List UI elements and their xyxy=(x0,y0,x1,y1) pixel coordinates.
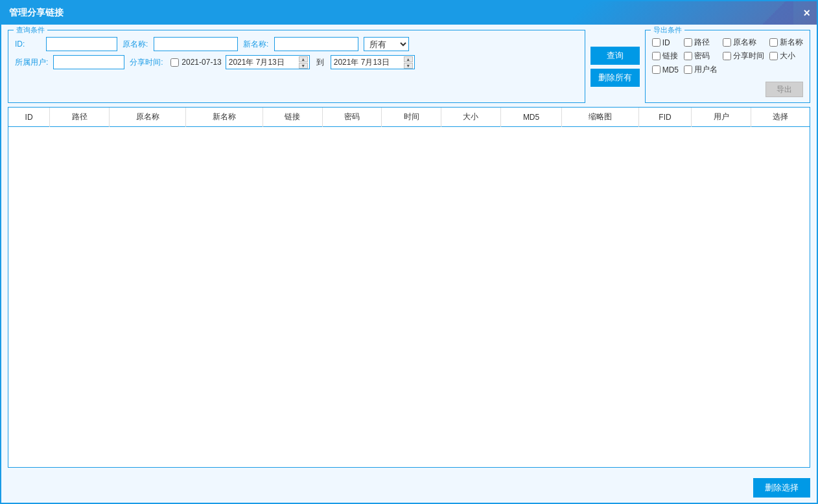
export-id-label: ID xyxy=(662,38,670,47)
table-header-row: ID 路径 原名称 新名称 链接 密码 时间 大小 MD5 缩略图 FID 用户… xyxy=(8,108,810,127)
data-table: ID 路径 原名称 新名称 链接 密码 时间 大小 MD5 缩略图 FID 用户… xyxy=(8,108,810,127)
export-item-orig: 原名称 xyxy=(723,37,764,48)
export-username-label: 用户名 xyxy=(694,64,718,75)
date-from-spinners: ▲ ▼ xyxy=(299,56,308,69)
col-thumbnail: 缩略图 xyxy=(562,108,639,127)
table-section: ID 路径 原名称 新名称 链接 密码 时间 大小 MD5 缩略图 FID 用户… xyxy=(8,107,810,468)
new-name-input[interactable] xyxy=(274,37,358,51)
export-md5-label: MD5 xyxy=(662,65,679,74)
col-link: 链接 xyxy=(263,108,322,127)
export-orig-label: 原名称 xyxy=(733,37,756,48)
col-size: 大小 xyxy=(441,108,501,127)
date-to-group: ▲ ▼ xyxy=(331,55,415,69)
status-select[interactable]: 所有 有效 无效 xyxy=(364,37,409,51)
date-from-group: 2021-07-13 ▲ ▼ xyxy=(170,55,309,69)
export-item-path: 路径 xyxy=(684,37,718,48)
export-item-new: 新名称 xyxy=(769,37,803,48)
date-to-wrap: ▲ ▼ xyxy=(331,55,415,69)
export-item-username: 用户名 xyxy=(684,64,718,75)
export-size-label: 大小 xyxy=(780,51,795,62)
export-checkboxes: ID 路径 原名称 新名称 xyxy=(652,37,803,75)
query-row-2: 所属用户: 分享时间: 2021-07-13 ▲ ▼ xyxy=(15,55,578,69)
date-from-down[interactable]: ▼ xyxy=(299,63,308,69)
delete-selected-button[interactable]: 删除选择 xyxy=(753,478,810,498)
col-fid: FID xyxy=(638,108,691,127)
col-id: ID xyxy=(8,108,50,127)
export-section-title: 导出条件 xyxy=(651,25,684,35)
date-to-input[interactable] xyxy=(333,58,404,67)
export-item-id: ID xyxy=(652,37,679,48)
export-item-pwd: 密码 xyxy=(684,51,718,62)
export-path-checkbox[interactable] xyxy=(684,38,692,47)
query-buttons: 查询 删除所有 xyxy=(590,30,640,103)
content-area: 查询条件 ID: 原名称: 新名称: 所有 有效 无效 xyxy=(1,25,817,473)
export-link-label: 链接 xyxy=(662,51,678,62)
original-name-label: 原名称: xyxy=(123,39,148,50)
close-button[interactable]: × xyxy=(803,7,810,19)
share-time-label: 分享时间: xyxy=(130,57,165,68)
export-pwd-checkbox[interactable] xyxy=(684,52,692,60)
export-item-link: 链接 xyxy=(652,51,679,62)
export-username-checkbox[interactable] xyxy=(684,65,692,74)
date-from-wrap: ▲ ▼ xyxy=(226,55,310,69)
export-id-checkbox[interactable] xyxy=(652,38,660,47)
export-item-sharetime: 分享时间 xyxy=(723,51,764,62)
top-panel: 查询条件 ID: 原名称: 新名称: 所有 有效 无效 xyxy=(8,30,810,103)
date-from-text-static: 2021-07-13 xyxy=(181,58,221,67)
export-item-size: 大小 xyxy=(769,51,803,62)
col-path: 路径 xyxy=(50,108,110,127)
id-label: ID: xyxy=(15,40,41,49)
col-select: 选择 xyxy=(751,108,810,127)
date-to-spinners: ▲ ▼ xyxy=(404,56,413,69)
query-section: 查询条件 ID: 原名称: 新名称: 所有 有效 无效 xyxy=(8,30,585,103)
export-button: 导出 xyxy=(765,82,803,97)
export-size-checkbox[interactable] xyxy=(769,52,778,60)
dialog: 管理分享链接 × 查询条件 ID: 原名称: 新名称: xyxy=(0,0,818,504)
owner-input[interactable] xyxy=(53,55,124,69)
id-input[interactable] xyxy=(46,37,117,51)
to-label: 到 xyxy=(315,57,325,68)
date-to-up[interactable]: ▲ xyxy=(404,56,413,62)
query-rows: ID: 原名称: 新名称: 所有 有效 无效 xyxy=(15,37,578,69)
export-footer: 导出 xyxy=(652,78,803,97)
export-item-md5: MD5 xyxy=(652,64,679,75)
export-orig-checkbox[interactable] xyxy=(723,38,731,47)
export-path-label: 路径 xyxy=(694,37,710,48)
bottom-bar: 删除选择 xyxy=(1,473,817,503)
col-password: 密码 xyxy=(322,108,382,127)
col-user: 用户 xyxy=(692,108,751,127)
query-button[interactable]: 查询 xyxy=(590,47,640,65)
export-sharetime-checkbox[interactable] xyxy=(723,52,731,60)
col-time: 时间 xyxy=(382,108,441,127)
query-row-1: ID: 原名称: 新名称: 所有 有效 无效 xyxy=(15,37,578,51)
owner-label: 所属用户: xyxy=(15,57,48,68)
export-new-label: 新名称 xyxy=(780,37,803,48)
date-from-checkbox[interactable] xyxy=(170,58,179,67)
title-bar: 管理分享链接 × xyxy=(1,1,817,25)
date-from-up[interactable]: ▲ xyxy=(299,56,308,62)
query-section-title: 查询条件 xyxy=(14,25,47,35)
col-md5: MD5 xyxy=(500,108,562,127)
export-pwd-label: 密码 xyxy=(694,51,710,62)
col-original-name: 原名称 xyxy=(109,108,186,127)
original-name-input[interactable] xyxy=(154,37,238,51)
delete-all-button[interactable]: 删除所有 xyxy=(590,69,640,87)
new-name-label: 新名称: xyxy=(243,39,269,50)
date-to-down[interactable]: ▼ xyxy=(404,63,413,69)
date-from-input[interactable] xyxy=(228,58,299,67)
col-new-name: 新名称 xyxy=(186,108,263,127)
export-link-checkbox[interactable] xyxy=(652,52,660,60)
export-new-checkbox[interactable] xyxy=(769,38,778,47)
export-sharetime-label: 分享时间 xyxy=(733,51,764,62)
dialog-title: 管理分享链接 xyxy=(9,7,64,19)
export-md5-checkbox[interactable] xyxy=(652,65,660,74)
export-section: 导出条件 ID 路径 原名称 xyxy=(645,30,810,103)
